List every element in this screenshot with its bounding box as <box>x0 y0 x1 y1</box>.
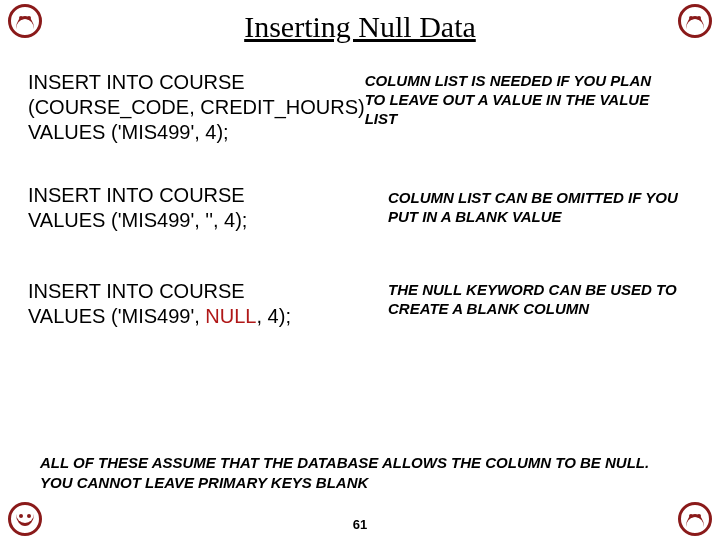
sql-line: INSERT INTO COURSE <box>28 184 245 206</box>
example-note: COLUMN LIST IS NEEDED IF YOU PLAN TO LEA… <box>365 70 655 128</box>
example-1: INSERT INTO COURSE (COURSE_CODE, CREDIT_… <box>28 70 700 145</box>
footer-note: ALL OF THESE ASSUME THAT THE DATABASE AL… <box>40 453 680 492</box>
frown-icon <box>678 4 712 38</box>
sql-line: INSERT INTO COURSE <box>28 71 245 93</box>
sql-line: INSERT INTO COURSE <box>28 280 245 302</box>
sql-line: VALUES ('MIS499', 4); <box>28 121 229 143</box>
sql-code: INSERT INTO COURSE VALUES ('MIS499', NUL… <box>28 279 388 329</box>
sql-line: VALUES ('MIS499', '', 4); <box>28 209 247 231</box>
sql-code: INSERT INTO COURSE (COURSE_CODE, CREDIT_… <box>28 70 365 145</box>
slide-title: Inserting Null Data <box>0 10 720 44</box>
sql-code: INSERT INTO COURSE VALUES ('MIS499', '',… <box>28 183 388 233</box>
frown-icon <box>8 4 42 38</box>
sql-line: , 4); <box>256 305 290 327</box>
sql-line: (COURSE_CODE, CREDIT_HOURS) <box>28 96 365 118</box>
example-note: COLUMN LIST CAN BE OMITTED IF YOU PUT IN… <box>388 183 678 227</box>
slide-body: INSERT INTO COURSE (COURSE_CODE, CREDIT_… <box>28 70 700 367</box>
null-keyword: NULL <box>205 305 256 327</box>
example-note: THE NULL KEYWORD CAN BE USED TO CREATE A… <box>388 279 678 319</box>
example-3: INSERT INTO COURSE VALUES ('MIS499', NUL… <box>28 279 700 329</box>
page-number: 61 <box>0 517 720 532</box>
sql-line: VALUES ('MIS499', <box>28 305 205 327</box>
example-2: INSERT INTO COURSE VALUES ('MIS499', '',… <box>28 183 700 233</box>
